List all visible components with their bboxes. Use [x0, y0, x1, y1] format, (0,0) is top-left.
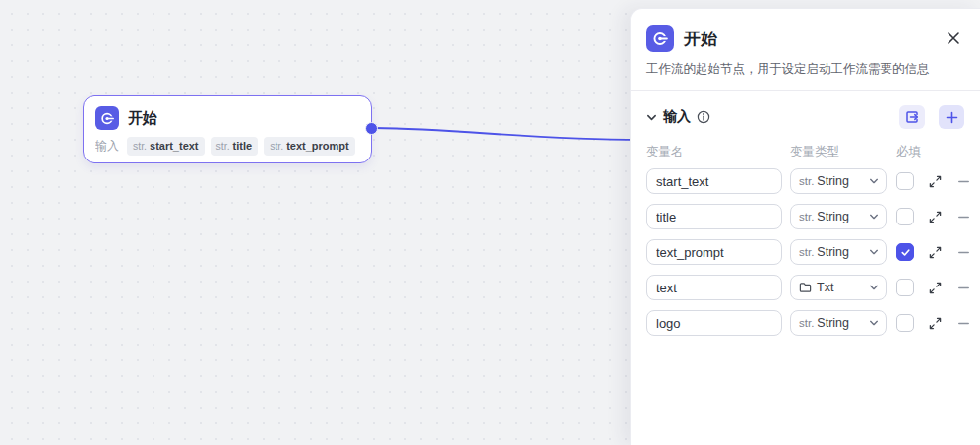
expand-icon[interactable]: [929, 282, 942, 294]
input-section-header: 输入: [646, 104, 964, 130]
expand-icon[interactable]: [929, 246, 942, 259]
required-checkbox[interactable]: [896, 243, 914, 261]
chevron-down-icon[interactable]: [646, 112, 657, 123]
chevron-down-icon: [869, 318, 879, 328]
column-header-name: 变量名: [646, 144, 782, 160]
import-icon[interactable]: [899, 105, 925, 129]
variable-name-input[interactable]: [646, 204, 782, 229]
chevron-down-icon: [869, 247, 879, 257]
node-input-label: 输入: [95, 138, 119, 155]
panel-subtitle: 工作流的起始节点，用于设定启动工作流需要的信息: [631, 61, 980, 91]
variable-type-select[interactable]: str. String: [790, 204, 887, 229]
variable-name-input[interactable]: [646, 310, 782, 336]
expand-icon[interactable]: [929, 175, 942, 188]
chevron-down-icon: [869, 283, 879, 292]
variable-tag: str.title: [211, 137, 259, 156]
remove-row-icon[interactable]: [957, 282, 970, 294]
start-node[interactable]: 开始 输入 str.start_text str.title str.text_…: [83, 95, 372, 163]
start-icon: [646, 25, 674, 52]
variable-row: str. String: [646, 204, 964, 229]
folder-icon: [799, 282, 812, 293]
variable-type-select[interactable]: str. String: [790, 310, 887, 336]
column-header-required: 必填: [896, 144, 921, 160]
variable-tag: str.text_prompt: [264, 137, 355, 156]
variable-type-select[interactable]: Txt: [790, 275, 887, 300]
required-checkbox[interactable]: [896, 172, 914, 190]
node-variable-tags: 输入 str.start_text str.title str.text_pro…: [95, 136, 359, 156]
required-checkbox[interactable]: [896, 208, 914, 225]
variable-row: str. String: [646, 168, 964, 194]
variable-name-input[interactable]: [646, 168, 782, 194]
expand-icon[interactable]: [929, 211, 942, 223]
plus-icon[interactable]: [939, 105, 964, 129]
chevron-down-icon: [869, 212, 879, 222]
remove-row-icon[interactable]: [957, 317, 970, 330]
node-config-panel: 开始 工作流的起始节点，用于设定启动工作流需要的信息 输入: [630, 8, 980, 445]
variable-name-input[interactable]: [646, 239, 782, 265]
required-checkbox[interactable]: [896, 279, 914, 296]
chevron-down-icon: [869, 176, 879, 186]
start-node-header: 开始: [95, 105, 359, 131]
remove-row-icon[interactable]: [957, 246, 970, 259]
variables-table-header: 变量名 变量类型 必填: [646, 144, 964, 160]
variable-type-select[interactable]: str. String: [790, 168, 887, 194]
panel-header: 开始: [646, 25, 964, 52]
variable-row: str. String: [646, 239, 964, 265]
start-icon: [95, 106, 119, 130]
close-icon[interactable]: [943, 28, 964, 49]
panel-title: 开始: [684, 28, 933, 50]
variable-type-select[interactable]: str. String: [790, 239, 887, 265]
info-icon: [697, 110, 710, 124]
remove-row-icon[interactable]: [957, 175, 970, 188]
node-output-port[interactable]: [365, 122, 378, 135]
variable-tag: str.start_text: [127, 137, 205, 156]
expand-icon[interactable]: [929, 317, 942, 330]
remove-row-icon[interactable]: [957, 211, 970, 223]
variable-row: Txt: [646, 275, 964, 300]
column-header-type: 变量类型: [790, 144, 887, 160]
variable-name-input[interactable]: [646, 275, 782, 300]
input-section-label: 输入: [663, 108, 691, 126]
required-checkbox[interactable]: [896, 314, 914, 332]
variable-row: str. String: [646, 310, 964, 336]
node-title: 开始: [128, 109, 157, 128]
